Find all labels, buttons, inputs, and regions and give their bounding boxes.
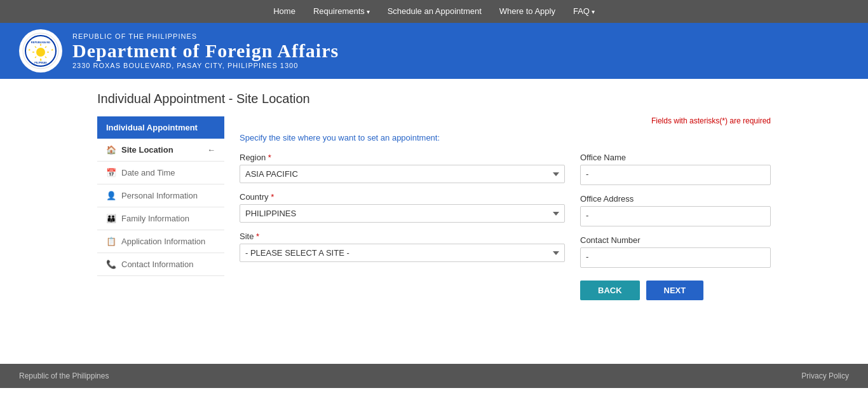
sidebar-item-family-info[interactable]: 👪 Family Information — [97, 207, 224, 230]
phone-icon: 📞 — [106, 260, 116, 269]
sidebar-item-application-info[interactable]: 📋 Application Information — [97, 230, 224, 253]
sidebar-label-family-info: Family Information — [121, 214, 189, 223]
home-icon: 🏠 — [106, 145, 116, 155]
sidebar-item-personal-info[interactable]: 👤 Personal Information — [97, 184, 224, 207]
sidebar-item-date-time[interactable]: 📅 Date and Time — [97, 162, 224, 184]
contact-number-label: Contact Number — [580, 235, 771, 245]
dept-address: 2330 Roxas Boulevard, Pasay City, Philip… — [72, 62, 339, 69]
region-label: Region * — [240, 153, 565, 162]
svg-text:REPUBLIKA NG: REPUBLIKA NG — [31, 41, 50, 44]
contact-number-group: Contact Number - — [580, 235, 771, 268]
sidebar-item-site-location[interactable]: 🏠 Site Location ← — [97, 139, 224, 162]
form-right: Office Name - Office Address - Contact N… — [580, 153, 771, 300]
clipboard-icon: 📋 — [106, 237, 116, 246]
page-footer: Republic of the Philippines Privacy Poli… — [0, 364, 868, 388]
form-left: Region * ASIA PACIFIC EUROPE MIDDLE EAST… — [240, 153, 565, 300]
back-button[interactable]: BACK — [580, 281, 640, 300]
calendar-icon: 📅 — [106, 168, 116, 177]
person-icon: 👤 — [106, 191, 116, 200]
privacy-policy-link[interactable]: Privacy Policy — [801, 371, 849, 380]
form-instruction: Specify the site where you want to set a… — [240, 133, 771, 142]
seal-svg: REPUBLIKA NG PILIPINAS ★ ★ ★ — [22, 32, 60, 70]
sidebar-item-contact-info[interactable]: 📞 Contact Information — [97, 253, 224, 276]
country-group: Country * PHILIPPINES OTHER — [240, 192, 565, 223]
office-address-label: Office Address — [580, 194, 771, 204]
next-button[interactable]: NEXT — [646, 281, 704, 300]
site-group: Site * - PLEASE SELECT A SITE - — [240, 232, 565, 262]
page-header: REPUBLIKA NG PILIPINAS ★ ★ ★ Republic of… — [0, 23, 868, 79]
nav-faq[interactable]: FAQ — [564, 0, 604, 24]
main-container: Individual Appointment - Site Location I… — [85, 79, 783, 326]
family-icon: 👪 — [106, 214, 116, 223]
navbar: Home Requirements Schedule an Appointmen… — [0, 0, 868, 23]
republic-label: Republic of the Philippines — [72, 32, 339, 40]
sidebar-label-personal-info: Personal Information — [121, 191, 198, 200]
nav-schedule[interactable]: Schedule an Appointment — [379, 0, 491, 23]
office-address-value: - — [580, 206, 771, 226]
nav-faq-dropdown: FAQ — [564, 0, 604, 24]
office-name-label: Office Name — [580, 153, 771, 162]
form-area: Fields with asterisks(*) are required Sp… — [240, 116, 771, 300]
nav-where-to-apply[interactable]: Where to Apply — [491, 0, 564, 23]
nav-requirements-dropdown: Requirements — [304, 0, 379, 24]
sidebar-label-application-info: Application Information — [121, 237, 205, 246]
content-layout: Individual Appointment 🏠 Site Location ←… — [97, 116, 771, 300]
site-label: Site * — [240, 232, 565, 241]
svg-point-4 — [36, 48, 45, 57]
region-group: Region * ASIA PACIFIC EUROPE MIDDLE EAST… — [240, 153, 565, 183]
office-name-value: - — [580, 165, 771, 185]
sidebar-header: Individual Appointment — [97, 116, 224, 139]
site-select[interactable]: - PLEASE SELECT A SITE - — [240, 244, 565, 262]
sidebar-label-site-location: Site Location — [121, 145, 173, 155]
country-label: Country * — [240, 192, 565, 202]
office-name-group: Office Name - — [580, 153, 771, 185]
arrow-icon: ← — [207, 145, 215, 155]
page-title: Individual Appointment - Site Location — [97, 92, 771, 106]
nav-home[interactable]: Home — [264, 0, 304, 23]
form-columns: Region * ASIA PACIFIC EUROPE MIDDLE EAST… — [240, 153, 771, 300]
header-text-block: Republic of the Philippines Department o… — [72, 32, 339, 69]
seal-logo: REPUBLIKA NG PILIPINAS ★ ★ ★ — [19, 29, 62, 73]
sidebar: Individual Appointment 🏠 Site Location ←… — [97, 116, 224, 300]
region-select[interactable]: ASIA PACIFIC EUROPE MIDDLE EAST AMERICAS… — [240, 165, 565, 183]
nav-requirements[interactable]: Requirements — [304, 0, 379, 24]
contact-number-value: - — [580, 247, 771, 268]
button-row: BACK NEXT — [580, 281, 771, 300]
sidebar-label-date-time: Date and Time — [121, 168, 175, 177]
required-note: Fields with asterisks(*) are required — [240, 116, 771, 125]
country-select[interactable]: PHILIPPINES OTHER — [240, 204, 565, 223]
office-address-group: Office Address - — [580, 194, 771, 226]
dept-name: Department of Foreign Affairs — [72, 40, 339, 62]
sidebar-label-contact-info: Contact Information — [121, 260, 193, 269]
footer-left: Republic of the Philippines — [19, 371, 109, 380]
